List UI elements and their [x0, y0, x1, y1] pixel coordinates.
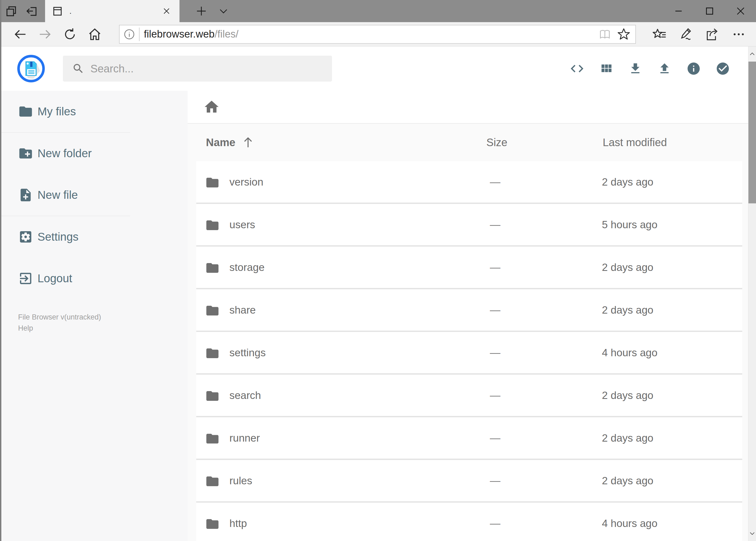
select-button[interactable] — [715, 61, 730, 76]
set-tabs-aside-button[interactable] — [22, 0, 42, 22]
code-view-button[interactable] — [570, 61, 585, 76]
download-icon — [629, 62, 642, 76]
breadcrumb-home-icon[interactable] — [203, 99, 220, 115]
refresh-icon — [63, 27, 77, 41]
folder-icon — [205, 175, 220, 190]
browser-tab[interactable]: . — [45, 0, 179, 22]
site-info-icon[interactable] — [120, 29, 139, 40]
file-name: users — [229, 204, 255, 245]
tab-preview-button[interactable] — [1, 0, 22, 22]
share-button[interactable] — [703, 26, 722, 43]
download-button[interactable] — [628, 61, 643, 76]
column-header-name[interactable]: Name — [206, 124, 254, 161]
check-circle-icon — [715, 61, 730, 76]
new-tab-button[interactable] — [190, 0, 212, 22]
settings-icon — [18, 229, 33, 245]
page-scrollbar[interactable] — [748, 46, 756, 541]
url-path: /files/ — [215, 28, 239, 40]
code-icon — [570, 61, 585, 76]
table-header: Name Size Last modified — [187, 124, 748, 161]
forward-icon — [38, 27, 52, 42]
folder-plus-icon — [18, 146, 33, 161]
tab-list-button[interactable] — [212, 0, 235, 22]
file-row[interactable]: users — 5 hours ago — [196, 204, 742, 247]
sidebar-item-logout[interactable]: Logout — [1, 258, 187, 299]
file-name: rules — [229, 460, 252, 501]
web-notes-button[interactable] — [676, 26, 695, 43]
file-row[interactable]: runner — 2 days ago — [196, 417, 742, 460]
forward-button[interactable] — [38, 26, 52, 43]
file-row[interactable]: version — 2 days ago — [196, 161, 742, 204]
sidebar-item-label: My files — [38, 105, 76, 118]
refresh-button[interactable] — [63, 26, 77, 43]
file-listing: Name Size Last modified version — 2 days… — [187, 91, 748, 541]
back-button[interactable] — [13, 26, 27, 43]
sidebar-item-my-files[interactable]: My files — [1, 91, 187, 132]
favorite-button[interactable] — [614, 26, 633, 43]
file-name: storage — [229, 247, 265, 288]
hub-star-icon — [652, 27, 667, 42]
maximize-button[interactable] — [694, 0, 725, 22]
sidebar-item-new-folder[interactable]: New folder — [1, 133, 187, 174]
tab-close-button[interactable] — [160, 5, 172, 17]
reading-view-button[interactable] — [596, 26, 614, 43]
file-row[interactable]: rules — 2 days ago — [196, 460, 742, 503]
close-icon — [736, 6, 745, 16]
search-box[interactable] — [63, 56, 332, 82]
close-window-button[interactable] — [725, 0, 756, 22]
grid-view-button[interactable] — [599, 61, 614, 76]
search-input[interactable] — [91, 63, 317, 75]
minimize-button[interactable] — [663, 0, 694, 22]
reading-view-icon — [599, 28, 611, 41]
file-row[interactable]: search — 2 days ago — [196, 375, 742, 417]
file-modified: 2 days ago — [602, 289, 653, 330]
folder-icon — [205, 517, 220, 531]
file-size: — — [490, 417, 500, 459]
tab-bar: . — [1, 0, 756, 22]
window-controls — [663, 0, 756, 22]
help-link[interactable]: Help — [18, 323, 187, 334]
column-header-modified[interactable]: Last modified — [603, 124, 667, 161]
file-row[interactable]: settings — 4 hours ago — [196, 332, 742, 375]
file-size: — — [490, 204, 500, 245]
scroll-down-button[interactable] — [748, 526, 756, 541]
home-button[interactable] — [88, 26, 102, 43]
browser-toolbar: filebrowser.web/files/ — [1, 22, 756, 46]
info-icon — [686, 61, 701, 76]
address-bar[interactable]: filebrowser.web/files/ — [119, 25, 636, 44]
folder-icon — [205, 346, 220, 360]
file-row[interactable]: share — 2 days ago — [196, 289, 742, 332]
more-options-button[interactable] — [729, 26, 748, 43]
pen-icon — [678, 27, 693, 42]
tab-preview-icon — [5, 5, 18, 17]
app-header — [1, 46, 748, 91]
file-name: http — [229, 503, 247, 541]
share-icon — [705, 27, 720, 42]
file-modified: 2 days ago — [602, 375, 653, 416]
scrollbar-thumb[interactable] — [748, 62, 756, 204]
maximize-icon — [705, 6, 714, 16]
folder-icon — [205, 389, 220, 403]
file-row[interactable]: storage — 2 days ago — [196, 247, 742, 289]
sidebar-item-settings[interactable]: Settings — [1, 216, 187, 258]
file-row[interactable]: http — 4 hours ago — [196, 503, 742, 541]
file-modified: 4 hours ago — [602, 332, 657, 373]
favorites-hub-button[interactable] — [650, 26, 669, 43]
more-dots-icon — [731, 27, 746, 42]
column-header-size[interactable]: Size — [486, 124, 507, 161]
chevron-down-icon — [219, 6, 228, 16]
sidebar-item-new-file[interactable]: New file — [1, 174, 187, 216]
sort-ascending-icon — [242, 136, 254, 149]
minimize-icon — [674, 6, 683, 16]
file-modified: 2 days ago — [602, 161, 653, 203]
upload-button[interactable] — [657, 61, 672, 76]
scroll-up-button[interactable] — [748, 46, 756, 62]
tab-favicon-icon — [52, 6, 63, 16]
file-name: search — [229, 375, 261, 416]
file-plus-icon — [18, 188, 33, 203]
search-icon — [72, 62, 85, 75]
file-size: — — [490, 332, 500, 373]
info-button[interactable] — [686, 61, 701, 76]
folder-icon — [205, 474, 220, 489]
url-text[interactable]: filebrowser.web/files/ — [144, 28, 596, 40]
